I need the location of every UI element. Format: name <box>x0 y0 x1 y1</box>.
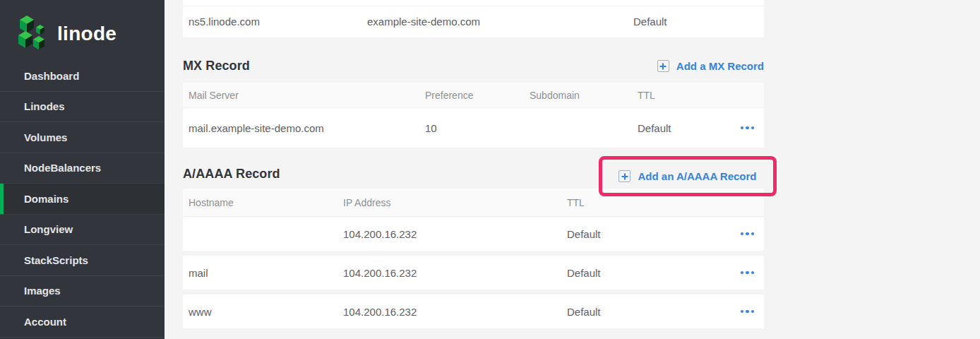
a-record-row: www 104.200.16.232 Default <box>183 295 764 328</box>
plus-icon <box>619 170 631 182</box>
row-actions-button[interactable] <box>741 306 755 318</box>
cell-ip-address: 104.200.16.232 <box>343 267 567 279</box>
linode-logo[interactable]: linode <box>0 0 165 56</box>
column-hostname: Hostname <box>189 197 343 208</box>
mx-section-header: MX Record Add a MX Record <box>183 49 764 83</box>
sidebar-item-label: Linodes <box>24 100 65 112</box>
ellipsis-icon <box>741 232 744 236</box>
cell-ip-address: 104.200.16.232 <box>343 228 567 240</box>
cell-ttl: Default <box>633 16 764 28</box>
sidebar-item-label: Dashboard <box>24 70 79 82</box>
sidebar: linode Dashboard Linodes Volumes NodeBal… <box>0 0 165 339</box>
mx-record-table: Mail Server Preference Subdomain TTL mai… <box>183 83 764 148</box>
sidebar-item-label: NodeBalancers <box>24 162 101 174</box>
ns-record-row: ns5.linode.com example-site-demo.com Def… <box>183 0 764 37</box>
row-actions-button[interactable] <box>741 267 755 279</box>
column-preference: Preference <box>425 90 530 101</box>
domain-records-content: ns5.linode.com example-site-demo.com Def… <box>183 0 764 339</box>
sidebar-item-longview[interactable]: Longview <box>0 215 165 246</box>
sidebar-item-label: Longview <box>24 223 73 235</box>
add-mx-record-button[interactable]: Add a MX Record <box>657 60 764 72</box>
cell-ttl: Default <box>567 267 712 279</box>
sidebar-item-images[interactable]: Images <box>0 276 165 307</box>
cell-ttl: Default <box>567 306 712 318</box>
sidebar-item-label: Images <box>24 285 61 297</box>
sidebar-item-nodebalancers[interactable]: NodeBalancers <box>0 153 165 184</box>
sidebar-item-label: StackScripts <box>24 254 88 266</box>
sidebar-item-volumes[interactable]: Volumes <box>0 122 165 153</box>
ellipsis-icon <box>741 310 744 314</box>
sidebar-item-account[interactable]: Account <box>0 307 165 338</box>
a-record-heading: A/AAAA Record <box>183 167 280 182</box>
mx-record-heading: MX Record <box>183 59 250 73</box>
cell-subdomain: example-site-demo.com <box>367 16 633 28</box>
sidebar-item-dashboard[interactable]: Dashboard <box>0 61 165 92</box>
cell-ip-address: 104.200.16.232 <box>343 306 567 318</box>
sidebar-item-linodes[interactable]: Linodes <box>0 92 165 123</box>
row-actions-button[interactable] <box>741 228 755 240</box>
add-a-aaaa-record-button[interactable]: Add an A/AAAA Record <box>619 170 756 182</box>
mx-table-header: Mail Server Preference Subdomain TTL <box>183 83 764 108</box>
column-mail-server: Mail Server <box>189 90 425 101</box>
column-subdomain: Subdomain <box>530 90 638 101</box>
column-ip-address: IP Address <box>343 197 567 208</box>
sidebar-item-domains[interactable]: Domains <box>0 184 165 215</box>
a-record-row: 104.200.16.232 Default <box>183 217 764 251</box>
plus-icon <box>657 60 669 72</box>
column-ttl: TTL <box>567 197 712 208</box>
brand-name: linode <box>57 24 116 44</box>
ellipsis-icon <box>741 271 744 275</box>
a-record-row: mail 104.200.16.232 Default <box>183 256 764 290</box>
linode-cubes-icon <box>18 16 49 52</box>
active-indicator-bar <box>0 184 4 214</box>
add-mx-record-label: Add a MX Record <box>676 60 764 72</box>
highlight-annotation-box: Add an A/AAAA Record <box>599 156 777 196</box>
cell-hostname: mail <box>189 267 343 279</box>
a-record-table: Hostname IP Address TTL 104.200.16.232 D… <box>183 189 764 333</box>
cell-ttl: Default <box>567 228 712 240</box>
sidebar-item-stackscripts[interactable]: StackScripts <box>0 245 165 276</box>
row-divider <box>183 6 764 6</box>
sidebar-nav: Dashboard Linodes Volumes NodeBalancers … <box>0 61 165 338</box>
row-actions-button[interactable] <box>741 122 755 134</box>
cell-ttl: Default <box>638 122 712 134</box>
ellipsis-icon <box>741 126 744 130</box>
cell-name-server: ns5.linode.com <box>189 16 367 28</box>
column-ttl: TTL <box>638 90 712 101</box>
cell-preference: 10 <box>425 122 530 134</box>
sidebar-item-label: Domains <box>24 193 68 205</box>
sidebar-item-label: Volumes <box>24 131 67 143</box>
cell-hostname: www <box>189 306 343 318</box>
mx-record-row: mail.example-site-demo.com 10 Default <box>183 108 764 148</box>
cell-mail-server: mail.example-site-demo.com <box>189 122 425 134</box>
sidebar-item-label: Account <box>24 316 66 328</box>
add-a-aaaa-record-label: Add an A/AAAA Record <box>638 170 756 182</box>
